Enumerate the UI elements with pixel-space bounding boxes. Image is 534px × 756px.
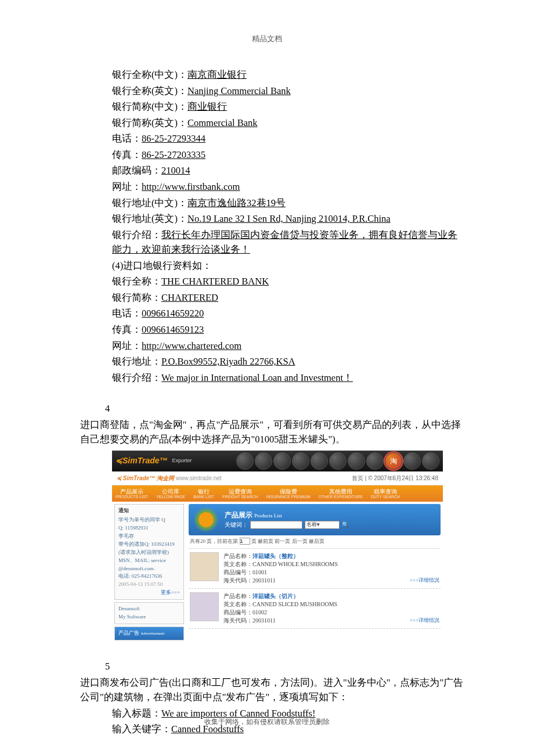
label: 海关代码： <box>223 617 252 624</box>
menu-other[interactable]: 其他费用OTHER EXPENDITURE <box>319 488 363 499</box>
bank-url: 网址：http://www.firstbank.com <box>112 179 464 195</box>
simtrade-logo-sub: Exporter <box>172 457 192 465</box>
label: 银行全称(中文)： <box>112 69 187 80</box>
page-footer: 收集于网络，如有侵权请联系管理员删除 <box>0 717 534 727</box>
value: 86-25-27293344 <box>142 133 205 144</box>
toolbar-icon[interactable] <box>236 452 254 470</box>
label: 银行全称： <box>112 276 161 287</box>
ad-en: Advertisement <box>140 631 164 636</box>
label: 产品名称： <box>223 553 252 559</box>
toolbar-icon[interactable] <box>255 452 272 470</box>
menu-products[interactable]: 产品展示PRODUCTS LIST <box>116 488 148 499</box>
toolbar-icon[interactable] <box>422 452 439 470</box>
toolbar-icon[interactable] <box>329 452 347 470</box>
label: 银行全称(英文)： <box>112 85 187 96</box>
section-5-number: 5 <box>80 659 464 674</box>
value: 南京商业银行 <box>187 69 247 80</box>
detail-link[interactable]: >>>详细情况 <box>410 617 439 625</box>
menu-insurance[interactable]: 保险费INSURANCE PREMIUM <box>266 488 311 499</box>
product-name[interactable]: 洋菇罐头（切片） <box>252 593 299 599</box>
product-code: 01002 <box>252 609 267 615</box>
notice-name: 李毛存 <box>118 533 134 539</box>
pager-input[interactable] <box>240 538 250 545</box>
import-bank-intro: 银行介绍：We major in International Loan and … <box>112 370 464 386</box>
toolbar-icon[interactable] <box>273 452 291 470</box>
product-name[interactable]: 洋菇罐头（整粒） <box>252 553 299 559</box>
value: http://www.chartered.com <box>142 340 241 351</box>
product-thumb <box>190 552 219 581</box>
document-content: 银行全称(中文)：南京商业银行 银行全称(英文)：Nanjing Commerc… <box>0 67 534 737</box>
toolbar-icon[interactable] <box>311 452 328 470</box>
notice-note: (请求加入时说明学校) <box>118 549 180 557</box>
product-code: 01001 <box>252 569 267 575</box>
section-4-number: 4 <box>80 401 464 416</box>
menu-companies[interactable]: 公司库YELLOW PAGE <box>156 488 185 499</box>
toolbar-icon[interactable] <box>292 452 309 470</box>
product-hs: 20031011 <box>252 617 276 624</box>
toolbar-icon[interactable] <box>348 452 365 470</box>
label: 银行简称(中文)： <box>112 101 187 112</box>
pager-text2[interactable]: 页 最前页 前一页 后一页 最后页 <box>251 538 324 544</box>
search-select[interactable]: 名称 ▾ <box>305 521 340 529</box>
value: 0096614659123 <box>142 324 204 335</box>
value: 86-25-27203335 <box>142 149 205 160</box>
simtrade-topbar: ≼SimTrade™ Exporter <box>112 451 443 471</box>
value: 商业银行 <box>187 101 227 112</box>
notice-tel: 电话: 025-84217636 <box>118 573 180 581</box>
subheader-url: www.simtrade.net <box>176 475 222 481</box>
bank-shortname-en: 银行简称(英文)：Commercial Bank <box>112 116 464 131</box>
notice-line: 学号为单号的同学 Q <box>118 516 180 524</box>
toolbar-icon[interactable] <box>366 452 384 470</box>
product-en-name: CANNED SLICED MUSHROOMS <box>252 601 337 607</box>
import-bank-fullname: 银行全称：THE CHARTERED BANK <box>112 274 464 289</box>
label: 电话： <box>112 308 142 319</box>
value: Nanjing Commercial Bank <box>187 85 291 96</box>
section-5-text: 进口商发布公司广告(出口商和工厂也可发布，方法同)。进入"业务中心"，点标志为"… <box>80 675 464 705</box>
simtrade-main: 产品展示 Products List 关键词： 名称 ▾ 🔍 共有20 页，目前… <box>186 502 443 643</box>
bank-intro: 银行介绍：我行长年办理国际国内资金借贷与投资等业务，拥有良好信誉与业务能力，欢迎… <box>112 228 464 257</box>
notice-box: 通知 学号为单号的同学 Q Q: 115982931 李毛存 带号的请加Q: 1… <box>114 504 184 600</box>
keyword-label: 关键词： <box>225 520 248 530</box>
detail-link[interactable]: >>>详细情况 <box>410 577 439 585</box>
product-en-name: CANNED WHOLE MUSHROOMS <box>252 561 338 567</box>
import-bank-fax: 传真：0096614659123 <box>112 322 464 337</box>
toolbar-icons <box>236 452 439 470</box>
bank-phone: 电话：86-25-27293344 <box>112 131 464 146</box>
flower-icon <box>193 507 219 532</box>
keyword-input[interactable] <box>250 521 302 529</box>
label: 电话： <box>112 133 142 144</box>
product-thumb <box>190 592 219 621</box>
search-icon[interactable]: 🔍 <box>342 520 349 530</box>
notice-q2: 带号的请加Q: 103923419 <box>118 541 180 549</box>
menu-banks[interactable]: 银行BANK LIST <box>193 488 214 499</box>
import-bank-url: 网址：http://www.chartered.com <box>112 339 464 354</box>
label: 银行简称(英文)： <box>112 117 187 128</box>
more-link[interactable]: 更多>>> <box>118 589 180 597</box>
label: 银行简称： <box>112 292 161 303</box>
value: CHARTERED <box>161 292 218 303</box>
simtrade-subheader: ≼ SimTrade™ 淘金网 www.simtrade.net 首页 | © … <box>112 471 443 485</box>
page-header: 精品文档 <box>0 0 534 67</box>
taojin-icon-highlighted[interactable] <box>385 452 402 470</box>
toolbar-icon[interactable] <box>403 452 421 470</box>
banner-title: 产品展示 <box>225 511 252 519</box>
value: 0096614659220 <box>142 308 204 319</box>
import-bank-addr: 银行地址：P.O.Box99552,Riyadh 22766,KSA <box>112 354 464 369</box>
value: http://www.firstbank.com <box>142 181 240 192</box>
label: 商品编号： <box>223 569 252 575</box>
simtrade-menu: 产品展示PRODUCTS LIST 公司库YELLOW PAGE 银行BANK … <box>112 485 443 502</box>
product-row: 产品名称：洋菇罐头（切片） 英文名称：CANNED SLICED MUSHROO… <box>189 589 441 629</box>
home-link[interactable]: 首页 <box>352 475 363 481</box>
notice-title: 通知 <box>118 507 180 515</box>
menu-duty[interactable]: 税率查询DUTY SEARCH <box>371 488 400 499</box>
simtrade-sidebar: 通知 学号为单号的同学 Q Q: 115982931 李毛存 带号的请加Q: 1… <box>112 502 186 643</box>
label: 银行介绍： <box>112 372 161 383</box>
bank-addr-cn: 银行地址(中文)：南京市逸仙路32巷19号 <box>112 196 464 211</box>
datetime: 2007年6月24日 13:26:48 <box>374 475 438 481</box>
software-box: Desunsoft My Software <box>114 602 184 624</box>
ad-box[interactable]: 产品广告 Advertisement <box>114 627 184 640</box>
bank-fullname-en: 银行全称(英文)：Nanjing Commercial Bank <box>112 84 464 99</box>
menu-freight[interactable]: 运费查询FREIGHT SEARCH <box>222 488 258 499</box>
bank-addr-en: 银行地址(英文)：No.19 Lane 32 I Sen Rd, Nanjing… <box>112 211 464 226</box>
section-4-text: 进口商登陆，点"淘金网"，再点"产品展示"，可看到所有可供交易产品的列表，从中选… <box>80 417 464 447</box>
